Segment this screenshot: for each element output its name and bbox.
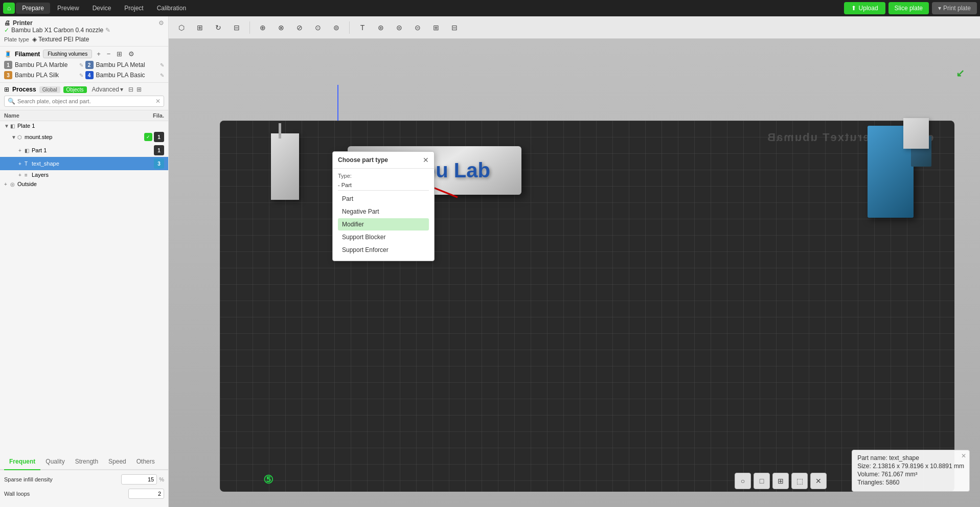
tree-plate1[interactable]: ▼ ◧ Plate 1 bbox=[0, 121, 168, 130]
tree-text-shape[interactable]: + T text_shape 3 bbox=[0, 157, 168, 170]
dialog-close-button[interactable]: ✕ bbox=[423, 156, 429, 164]
objects-tag[interactable]: Objects bbox=[63, 86, 87, 93]
dialog-option-support-blocker[interactable]: Support Blocker bbox=[338, 231, 429, 243]
filament-num-2: 2 bbox=[85, 61, 94, 69]
advanced-button[interactable]: Advanced ▾ bbox=[92, 86, 123, 93]
settings-body: Sparse infill density % Wall loops bbox=[0, 470, 168, 507]
upload-button[interactable]: ⬆ Upload bbox=[844, 2, 885, 14]
view-btn-4[interactable]: ⬚ bbox=[791, 473, 808, 489]
tool-cube-icon[interactable]: ⬡ bbox=[174, 20, 189, 35]
white-box-right bbox=[903, 118, 929, 149]
tool-arrange-icon[interactable]: ⊟ bbox=[229, 20, 244, 35]
tool-ruler-icon[interactable]: ⊝ bbox=[410, 20, 425, 35]
view-btn-3[interactable]: ⊞ bbox=[772, 473, 789, 489]
nav-device[interactable]: Device bbox=[86, 3, 118, 14]
slice-button[interactable]: Slice plate bbox=[888, 2, 929, 14]
nav-calibration[interactable]: Calibration bbox=[151, 3, 192, 14]
nav-project[interactable]: Project bbox=[118, 3, 149, 14]
tool-measure-icon[interactable]: ⊚ bbox=[329, 20, 344, 35]
printer-edit-icon[interactable]: ✎ bbox=[105, 27, 110, 34]
sparse-infill-unit: % bbox=[159, 476, 164, 482]
flushing-button[interactable]: Flushing volumes bbox=[43, 50, 92, 58]
filament-edit-3[interactable]: ✎ bbox=[79, 73, 83, 78]
nav-preview[interactable]: Preview bbox=[51, 3, 85, 14]
print-button[interactable]: ▾ Print plate bbox=[932, 2, 977, 14]
text-shape-name: text_shape bbox=[32, 160, 154, 167]
tool-fill-icon[interactable]: ⊞ bbox=[428, 20, 444, 35]
info-size: Size: 2.13816 x 79.8196 x 10.8891 mm bbox=[857, 463, 964, 470]
search-input[interactable] bbox=[17, 98, 155, 104]
home-button[interactable]: ⌂ bbox=[3, 3, 15, 14]
process-layout-icon[interactable]: ⊟ bbox=[128, 86, 133, 93]
search-clear-icon[interactable]: ✕ bbox=[155, 98, 161, 105]
add-filament-button[interactable]: + bbox=[95, 50, 102, 58]
filament-edit-1[interactable]: ✎ bbox=[79, 62, 83, 68]
filament-num-4: 4 bbox=[85, 71, 94, 79]
mount-checkbox[interactable]: ✓ bbox=[144, 133, 152, 141]
tree-col-fila: Fila. bbox=[139, 112, 164, 119]
bottom-view-toolbar: ○ □ ⊞ ⬚ ✕ bbox=[735, 473, 827, 489]
view-btn-2[interactable]: □ bbox=[754, 473, 770, 489]
dialog-option-part[interactable]: Part bbox=[338, 193, 429, 205]
filament-settings-button[interactable]: ⚙ bbox=[127, 50, 136, 58]
main-layout: 🖨 🖨 Printer ⚙ ✓ Bambu Lab X1 Carbon 0.4 … bbox=[0, 16, 980, 507]
tool-orient-icon[interactable]: ⊕ bbox=[255, 20, 270, 35]
tree-body: ▼ ◧ Plate 1 ▼ ⬡ mount.step ✓ 1 + ◧ Part … bbox=[0, 121, 168, 454]
view-btn-5[interactable]: ✕ bbox=[810, 473, 827, 489]
tool-mirror-icon[interactable]: ⊜ bbox=[392, 20, 407, 35]
filament-options-button[interactable]: ⊞ bbox=[115, 50, 124, 58]
tool-support-icon[interactable]: ⊙ bbox=[310, 20, 326, 35]
sparse-infill-input[interactable] bbox=[121, 474, 157, 485]
process-settings-icon[interactable]: ⊞ bbox=[136, 86, 142, 93]
tool-seam-icon[interactable]: ⊘ bbox=[292, 20, 307, 35]
remove-filament-button[interactable]: − bbox=[105, 50, 112, 58]
dialog-option-negative-part[interactable]: Negative Part bbox=[338, 205, 429, 218]
filament-item-1: 1 Bambu PLA Marble ✎ bbox=[4, 61, 83, 69]
process-header: ⊞ Process Global Objects Advanced ▾ ⊟ ⊞ bbox=[4, 86, 164, 93]
dialog-type-label: Type: bbox=[338, 173, 429, 179]
3d-scene[interactable]: etalpIEP derutxeT ubumaB Bambu Lab ↙ ⑤ bbox=[169, 39, 980, 507]
tab-frequent[interactable]: Frequent bbox=[4, 454, 40, 470]
dialog-option-modifier[interactable]: Modifier bbox=[338, 218, 429, 231]
tree-layers[interactable]: + ≡ Layers bbox=[0, 170, 168, 179]
process-icon: ⊞ bbox=[4, 86, 9, 93]
filament-num-3: 3 bbox=[4, 71, 12, 79]
tab-others[interactable]: Others bbox=[131, 454, 160, 470]
process-title: Process bbox=[12, 86, 36, 93]
upload-icon: ⬆ bbox=[851, 5, 856, 12]
plate-type-value[interactable]: ◈ Textured PEI Plate bbox=[32, 36, 89, 43]
search-icon: 🔍 bbox=[8, 98, 15, 105]
tree-header: Name Fila. bbox=[0, 110, 168, 121]
tab-quality[interactable]: Quality bbox=[40, 454, 70, 470]
printer-header: 🖨 🖨 Printer ⚙ bbox=[4, 19, 164, 27]
filament-title: Filament bbox=[15, 51, 40, 58]
filament-section: 🧵 Filament Flushing volumes + − ⊞ ⚙ 1 Ba… bbox=[0, 47, 168, 83]
nav-prepare[interactable]: Prepare bbox=[16, 3, 50, 14]
dialog-title: Choose part type bbox=[338, 156, 388, 164]
dialog-option-support-enforcer[interactable]: Support Enforcer bbox=[338, 244, 429, 256]
printer-settings-icon[interactable]: ⚙ bbox=[158, 19, 164, 27]
tab-strength[interactable]: Strength bbox=[70, 454, 103, 470]
view-btn-1[interactable]: ○ bbox=[735, 473, 751, 489]
tab-speed[interactable]: Speed bbox=[103, 454, 131, 470]
wall-loops-input[interactable] bbox=[128, 489, 164, 499]
plate1-icon: ◧ bbox=[10, 123, 17, 129]
tree-mount[interactable]: ▼ ⬡ mount.step ✓ 1 bbox=[0, 130, 168, 144]
info-close-button[interactable]: ✕ bbox=[961, 452, 966, 459]
plate-type-label: Plate type bbox=[4, 36, 29, 42]
tool-rotate-icon[interactable]: ↻ bbox=[211, 20, 226, 35]
tool-extra-icon[interactable]: ⊟ bbox=[447, 20, 462, 35]
tree-outside[interactable]: + ◎ Outside bbox=[0, 179, 168, 189]
tool-emboss-icon[interactable]: ⊛ bbox=[373, 20, 389, 35]
global-tag[interactable]: Global bbox=[39, 86, 60, 93]
tool-grid-icon[interactable]: ⊞ bbox=[192, 20, 208, 35]
tree-part1[interactable]: + ◧ Part 1 1 bbox=[0, 144, 168, 157]
text-shape-fila: 3 bbox=[154, 158, 164, 169]
tool-cut-icon[interactable]: ⊗ bbox=[274, 20, 289, 35]
layers-icon: ≡ bbox=[25, 172, 32, 178]
bottom-label: ⑤ bbox=[263, 473, 274, 487]
tool-text-icon[interactable]: T bbox=[355, 20, 370, 35]
sparse-infill-label: Sparse infill density bbox=[4, 476, 121, 482]
filament-edit-2[interactable]: ✎ bbox=[160, 62, 164, 68]
filament-edit-4[interactable]: ✎ bbox=[160, 73, 164, 78]
